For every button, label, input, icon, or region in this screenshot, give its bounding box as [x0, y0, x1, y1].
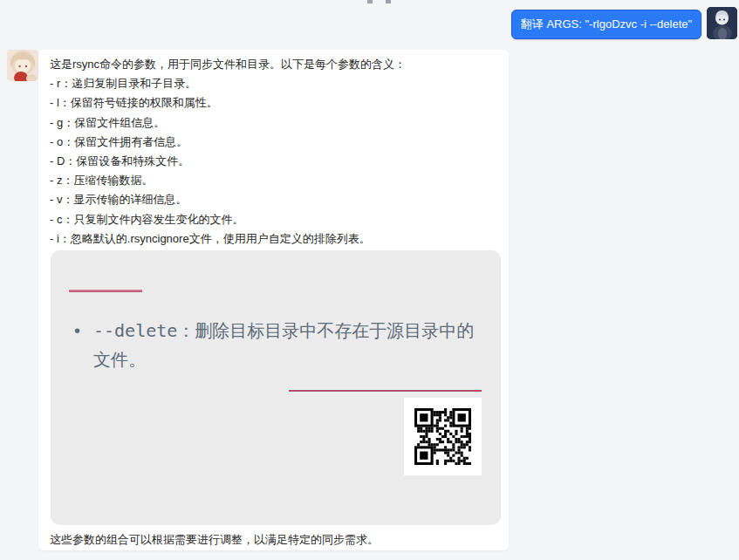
- param-line-D: - D：保留设备和特殊文件。: [50, 152, 501, 171]
- anime-boy-avatar: [707, 7, 737, 39]
- delete-param-text: --delete：删除目标目录中不存在于源目录中的文件。: [93, 317, 486, 374]
- accent-line-short: [69, 290, 142, 292]
- bullet-dot: •: [74, 317, 93, 374]
- message-footer-line: 这些参数的组合可以根据需要进行调整，以满足特定的同步需求。: [50, 530, 501, 550]
- param-line-v: - v：显示传输的详细信息。: [50, 190, 501, 209]
- param-line-l: - l：保留符号链接的权限和属性。: [50, 93, 501, 113]
- outgoing-message-text: 翻译 ARGS: "-rlgoDzvc -i --delete": [521, 17, 692, 32]
- highlight-card: • --delete：删除目标目录中不存在于源目录中的文件。: [51, 250, 501, 525]
- incoming-message-bubble: 这是rsync命令的参数，用于同步文件和目录。以下是每个参数的含义： - r：递…: [38, 50, 509, 550]
- message-intro-line: 这是rsync命令的参数，用于同步文件和目录。以下是每个参数的含义：: [50, 55, 501, 74]
- delete-param-name: --delete: [93, 320, 177, 341]
- param-line-c: - c：只复制文件内容发生变化的文件。: [50, 210, 501, 229]
- param-line-z: - z：压缩传输数据。: [50, 171, 501, 190]
- qr-code: [404, 398, 482, 475]
- param-line-r: - r：递归复制目录和子目录。: [50, 74, 501, 93]
- outgoing-message-bubble: 翻译 ARGS: "-rlgoDzvc -i --delete": [511, 10, 701, 39]
- qr-code-image: [414, 408, 471, 465]
- param-line-i: - i：忽略默认的.rsyncignore文件，使用用户自定义的排除列表。: [50, 229, 501, 249]
- user-avatar[interactable]: [707, 7, 737, 39]
- contact-avatar[interactable]: [7, 50, 38, 81]
- clipped-text-fragment: [386, 0, 391, 3]
- chat-window: { "chat": { "outgoing": { "text": "翻译 AR…: [0, 0, 739, 560]
- accent-line-long: [289, 390, 482, 392]
- delete-param-bullet: • --delete：删除目标目录中不存在于源目录中的文件。: [74, 317, 491, 374]
- anime-girl-avatar: [7, 50, 38, 81]
- clipped-text-fragment: [367, 0, 373, 3]
- param-line-g: - g：保留文件组信息。: [50, 113, 501, 133]
- param-line-o: - o：保留文件拥有者信息。: [50, 133, 501, 152]
